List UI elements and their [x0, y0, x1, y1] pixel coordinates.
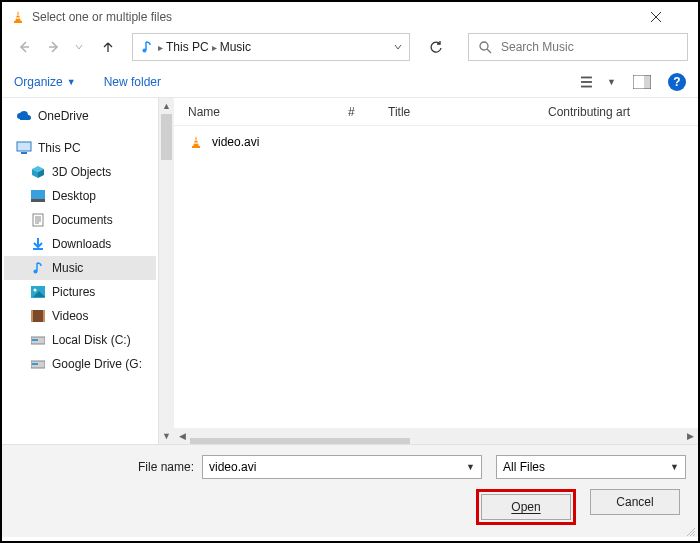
svg-rect-11	[17, 142, 31, 151]
thispc-icon	[16, 140, 32, 156]
highlight-box: Open	[476, 489, 576, 525]
filename-input[interactable]: video.avi ▼	[202, 455, 482, 479]
breadcrumb-music[interactable]: Music	[220, 40, 251, 54]
main-area: OneDrive This PC 3D Objects Desktop Docu…	[2, 98, 698, 444]
tree-item-googledrive[interactable]: Google Drive (G:	[4, 352, 156, 376]
filetype-filter[interactable]: All Files ▼	[496, 455, 686, 479]
recent-dropdown-icon[interactable]	[72, 35, 86, 59]
svg-rect-32	[192, 146, 200, 148]
svg-rect-16	[31, 190, 45, 199]
filename-label: File name:	[14, 460, 194, 474]
scroll-thumb[interactable]	[161, 114, 172, 160]
resize-grip-icon[interactable]	[684, 525, 696, 537]
file-row[interactable]: video.avi	[174, 130, 698, 154]
svg-rect-28	[32, 339, 38, 341]
tree-label: This PC	[38, 141, 81, 155]
svg-rect-18	[33, 214, 43, 226]
vlc-cone-icon	[10, 9, 26, 25]
open-label: Open	[511, 500, 540, 514]
scroll-up-icon[interactable]: ▲	[159, 98, 174, 114]
search-icon	[477, 39, 493, 55]
svg-rect-3	[16, 18, 21, 19]
breadcrumb-thispc[interactable]: This PC	[166, 40, 209, 54]
chevron-right-icon: ▸	[212, 42, 217, 53]
column-header-row: Name # Title Contributing art	[174, 98, 698, 126]
titlebar: Select one or multiple files	[2, 2, 698, 32]
svg-rect-19	[33, 248, 43, 250]
close-icon[interactable]	[650, 11, 690, 23]
tree-label: Desktop	[52, 189, 96, 203]
tree-scrollbar[interactable]: ▲ ▼	[158, 98, 174, 444]
organize-button[interactable]: Organize ▼	[14, 75, 76, 89]
documents-icon	[30, 212, 46, 228]
search-input[interactable]: Search Music	[468, 33, 688, 61]
tree-item-localdisk[interactable]: Local Disk (C:)	[4, 328, 156, 352]
file-list[interactable]: video.avi	[174, 126, 698, 428]
help-icon[interactable]: ?	[668, 73, 686, 91]
cancel-button[interactable]: Cancel	[590, 489, 680, 515]
view-mode-button[interactable]	[581, 73, 601, 91]
column-title[interactable]: Title	[374, 105, 534, 119]
tree-item-pictures[interactable]: Pictures	[4, 280, 156, 304]
tree-label: Google Drive (G:	[52, 357, 142, 371]
tree-item-videos[interactable]: Videos	[4, 304, 156, 328]
scroll-right-icon[interactable]: ▶	[682, 431, 698, 441]
onedrive-icon	[16, 108, 32, 124]
file-horizontal-scrollbar[interactable]: ◀ ▶	[174, 428, 698, 444]
scroll-left-icon[interactable]: ◀	[174, 431, 190, 441]
tree-label: OneDrive	[38, 109, 89, 123]
tree-item-music[interactable]: Music	[4, 256, 156, 280]
svg-rect-1	[14, 21, 22, 23]
svg-rect-30	[32, 363, 38, 365]
tree-item-desktop[interactable]: Desktop	[4, 184, 156, 208]
music-note-icon	[139, 39, 155, 55]
chevron-down-icon[interactable]: ▼	[607, 77, 616, 87]
tree-item-3dobjects[interactable]: 3D Objects	[4, 160, 156, 184]
svg-rect-12	[21, 152, 27, 154]
tree-item-thispc[interactable]: This PC	[4, 136, 156, 160]
back-button[interactable]	[12, 35, 36, 59]
svg-rect-7	[581, 81, 592, 83]
window-title: Select one or multiple files	[32, 10, 650, 24]
svg-rect-24	[31, 310, 45, 322]
cancel-label: Cancel	[616, 495, 653, 509]
svg-rect-33	[194, 140, 197, 141]
svg-rect-17	[31, 199, 45, 202]
new-folder-button[interactable]: New folder	[104, 75, 161, 89]
disk-icon	[30, 356, 46, 372]
svg-rect-25	[31, 310, 33, 322]
svg-rect-26	[43, 310, 45, 322]
svg-point-22	[34, 289, 37, 292]
organize-label: Organize	[14, 75, 63, 89]
chevron-down-icon[interactable]: ▼	[466, 462, 475, 472]
chevron-down-icon: ▼	[67, 77, 76, 87]
svg-point-5	[480, 42, 488, 50]
tree-label: Downloads	[52, 237, 111, 251]
scroll-down-icon[interactable]: ▼	[159, 428, 174, 444]
preview-pane-button[interactable]	[632, 73, 652, 91]
column-name[interactable]: Name	[174, 105, 334, 119]
file-name: video.avi	[212, 135, 259, 149]
address-bar[interactable]: ▸ This PC ▸ Music	[132, 33, 410, 61]
svg-rect-2	[16, 15, 19, 16]
up-button[interactable]	[96, 35, 120, 59]
svg-rect-6	[581, 76, 592, 78]
tree-label: 3D Objects	[52, 165, 111, 179]
forward-button[interactable]	[42, 35, 66, 59]
chevron-right-icon: ▸	[158, 42, 163, 53]
footer-panel: File name: video.avi ▼ All Files ▼ Open …	[2, 444, 698, 537]
tree-label: Videos	[52, 309, 88, 323]
address-dropdown-icon[interactable]	[393, 42, 403, 52]
downloads-icon	[30, 236, 46, 252]
column-contributing-artists[interactable]: Contributing art	[534, 105, 698, 119]
refresh-button[interactable]	[422, 33, 450, 61]
chevron-down-icon[interactable]: ▼	[670, 462, 679, 472]
tree-label: Pictures	[52, 285, 95, 299]
tree-item-downloads[interactable]: Downloads	[4, 232, 156, 256]
file-list-pane: Name # Title Contributing art video.avi …	[174, 98, 698, 444]
column-tracknumber[interactable]: #	[334, 105, 374, 119]
tree-item-documents[interactable]: Documents	[4, 208, 156, 232]
open-button[interactable]: Open	[481, 494, 571, 520]
toolbar: Organize ▼ New folder ▼ ?	[2, 66, 698, 98]
tree-item-onedrive[interactable]: OneDrive	[4, 104, 156, 128]
